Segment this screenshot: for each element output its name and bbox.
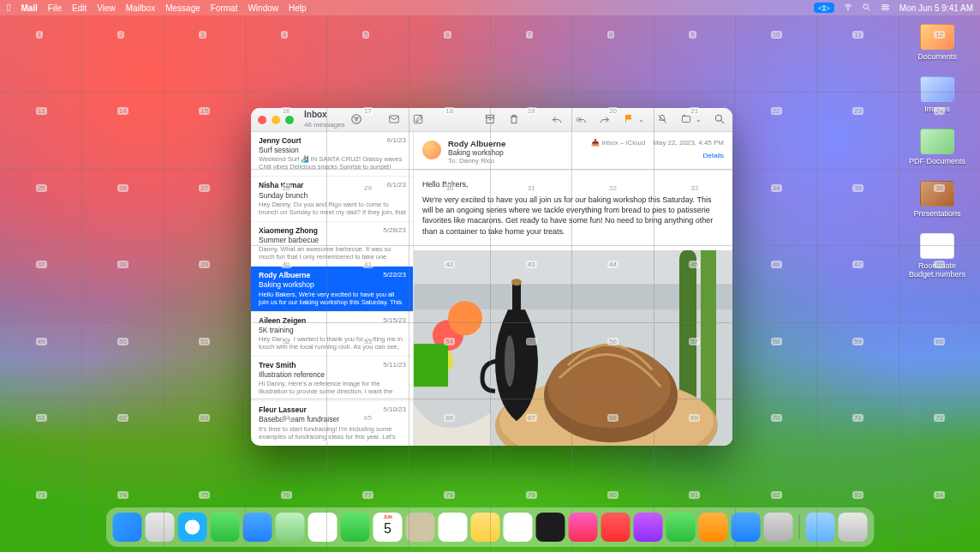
dock-app-tv[interactable] — [536, 513, 565, 542]
apple-menu-icon[interactable]:  — [7, 2, 10, 14]
window-minimize-button[interactable] — [272, 116, 280, 124]
list-sender: Jenny Court — [259, 136, 302, 145]
dock-app-appstore[interactable] — [732, 513, 761, 542]
dock-app-reminders[interactable] — [439, 513, 468, 542]
archive-icon[interactable] — [484, 113, 496, 127]
dock-app-finder[interactable] — [113, 513, 142, 542]
dock-app-downloads[interactable] — [806, 513, 835, 542]
grid-cell-number: 60 — [934, 338, 945, 345]
list-date: 5/28/23 — [383, 226, 406, 235]
grid-cell-number: 63 — [199, 414, 210, 422]
grid-cell-number: 80 — [607, 491, 618, 499]
dock-app-mail[interactable] — [243, 513, 272, 542]
menu-format[interactable]: Format — [211, 3, 238, 13]
window-close-button[interactable] — [258, 116, 266, 124]
folder-icon — [920, 24, 954, 50]
filter-icon[interactable] — [350, 113, 362, 127]
compose-icon[interactable] — [412, 113, 424, 127]
reply-icon[interactable] — [551, 113, 563, 127]
grid-cell-number: 76 — [281, 491, 292, 499]
dock-app-messages[interactable] — [211, 513, 240, 542]
grid-cell-number: 22 — [771, 107, 782, 115]
grid-cell-number: 4 — [281, 31, 288, 39]
menubar-app-name[interactable]: Mail — [21, 3, 37, 13]
grid-cell-number: 25 — [36, 184, 47, 192]
grid-cell-number: 13 — [36, 107, 47, 115]
dock-app-maps[interactable] — [276, 513, 305, 542]
desktop-icon[interactable]: Images — [903, 76, 971, 113]
grid-cell-number: 7 — [526, 31, 533, 39]
svg-line-16 — [721, 120, 725, 123]
list-sender: Aileen Zeigen — [259, 316, 306, 325]
svg-rect-3 — [881, 4, 888, 6]
grid-cell-number: 73 — [36, 491, 47, 499]
message-list[interactable]: Jenny Court6/1/23 Surf session Weekend S… — [251, 132, 414, 446]
dock-app-pages[interactable] — [699, 513, 728, 542]
desktop-icon[interactable]: Roommate Budget.numbers — [903, 233, 971, 279]
menu-file[interactable]: File — [48, 3, 62, 13]
flag-icon[interactable] — [623, 113, 635, 127]
menu-window[interactable]: Window — [248, 3, 278, 13]
dock-app-trash[interactable] — [839, 513, 868, 542]
chevron-down-icon[interactable]: ⌄ — [638, 116, 644, 123]
control-center-icon[interactable] — [880, 3, 891, 14]
details-link[interactable]: Details — [591, 152, 724, 159]
mute-icon[interactable] — [656, 113, 668, 127]
dock-app-safari[interactable] — [178, 513, 207, 542]
menubar-clock[interactable]: Mon Jun 5 9:41 AM — [899, 3, 973, 13]
grid-cell-number: 83 — [852, 491, 863, 499]
menu-mailbox[interactable]: Mailbox — [126, 3, 155, 13]
message-list-item[interactable]: Fleur Lasseur5/10/23 Baseball team fundr… — [251, 401, 413, 446]
dock-app-launchpad[interactable] — [146, 513, 175, 542]
message-list-item[interactable]: Rody Albuerne5/22/23 Baking workshop Hel… — [251, 267, 413, 311]
reply-all-icon[interactable] — [575, 113, 587, 127]
wifi-icon[interactable] — [843, 2, 853, 14]
chevron-down-icon[interactable]: ⌄ — [696, 116, 702, 123]
forward-icon[interactable] — [599, 113, 611, 127]
grid-cell-number: 9 — [689, 31, 696, 39]
desktop-icon[interactable]: PDF Documents — [903, 129, 971, 165]
window-zoom-button[interactable] — [285, 116, 294, 124]
dock-app-news[interactable] — [601, 513, 630, 542]
dock-app-notes[interactable] — [471, 513, 500, 542]
window-titlebar[interactable]: Inbox 46 messages ⌄ — [251, 108, 732, 132]
screen-share-status-icon[interactable]: ◁▷ — [814, 3, 834, 13]
dock-app-calendar[interactable] — [373, 513, 403, 542]
message-list-item[interactable]: Jenny Court6/1/23 Surf session Weekend S… — [251, 132, 413, 177]
dock-app-podcasts[interactable] — [634, 513, 663, 542]
grid-cell-number: 70 — [771, 414, 782, 422]
grid-cell-number: 10 — [771, 31, 782, 39]
dock-app-contacts[interactable] — [406, 513, 435, 542]
message-list-item[interactable]: Xiaomeng Zhong5/28/23 Summer barbecue Da… — [251, 222, 413, 267]
folder-icon — [920, 76, 954, 102]
grid-cell-number: 79 — [526, 491, 537, 499]
dock-app-photos[interactable] — [308, 513, 338, 542]
trash-icon[interactable] — [508, 113, 520, 127]
svg-rect-9 — [389, 115, 398, 122]
desktop-icon[interactable]: Documents — [903, 24, 971, 61]
menu-edit[interactable]: Edit — [72, 3, 87, 13]
grid-cell-number: 23 — [852, 107, 863, 115]
dock-app-facetime[interactable] — [341, 513, 370, 542]
list-preview: Hey Danny, I wanted to thank you for put… — [259, 335, 406, 351]
search-icon[interactable] — [714, 113, 726, 127]
move-icon[interactable] — [680, 113, 692, 127]
menu-message[interactable]: Message — [165, 3, 200, 13]
menu-help[interactable]: Help — [289, 3, 307, 13]
dock-app-music[interactable] — [569, 513, 598, 542]
junk-icon[interactable] — [388, 113, 400, 127]
message-list-item[interactable]: Trev Smith5/11/23 Illustration reference… — [251, 357, 413, 401]
dock-app-freeform[interactable] — [504, 513, 533, 542]
folder-icon — [920, 233, 954, 259]
spotlight-icon[interactable] — [862, 3, 871, 14]
desktop-icon[interactable]: Presentations — [903, 181, 971, 218]
message-list-item[interactable]: Nisha Kumar6/1/23 Sunday brunch Hey Dann… — [251, 177, 413, 221]
menu-view[interactable]: View — [97, 3, 116, 13]
message-list-item[interactable]: Aileen Zeigen5/15/23 5K training Hey Dan… — [251, 312, 413, 357]
message-header: Rody Albuerne Baking workshop To: Danny … — [414, 132, 732, 171]
dock-app-settings[interactable] — [764, 513, 793, 542]
mail-window-body: Jenny Court6/1/23 Surf session Weekend S… — [251, 132, 732, 446]
grid-cell-number: 39 — [199, 261, 210, 268]
grid-cell-number: 35 — [852, 184, 863, 192]
dock-app-numbers[interactable] — [666, 513, 696, 542]
